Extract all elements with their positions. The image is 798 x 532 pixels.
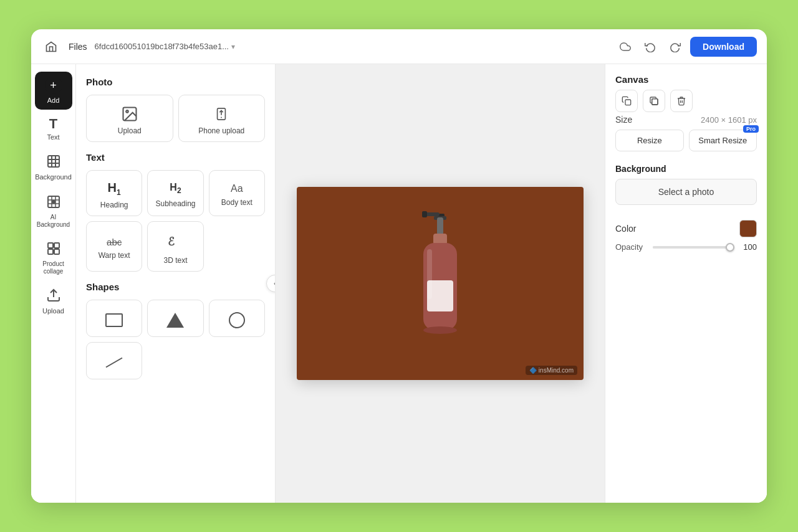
- svg-rect-10: [54, 249, 59, 254]
- svg-rect-30: [652, 99, 658, 105]
- opacity-thumb[interactable]: [726, 243, 734, 252]
- body-text-card[interactable]: Aa Body text: [209, 170, 265, 216]
- resize-button[interactable]: Resize: [615, 130, 684, 151]
- rect-shape-icon: [104, 310, 124, 330]
- undo-button[interactable]: [640, 37, 660, 57]
- background-section-title: Background: [615, 164, 757, 174]
- sidebar-item-product-collage[interactable]: Product collage: [35, 236, 72, 280]
- line-shape-icon: [104, 353, 124, 373]
- size-label: Size: [615, 115, 632, 125]
- svg-point-13: [126, 110, 128, 113]
- subheading-icon: H2: [170, 182, 181, 195]
- product-collage-icon: [46, 241, 61, 258]
- size-value: 2400 × 1601 px: [701, 115, 757, 125]
- upload-label: Upload: [42, 307, 64, 315]
- warp-text-card[interactable]: abc Warp text: [86, 221, 142, 272]
- redo-button[interactable]: [665, 37, 685, 57]
- text-cards-grid: H1 Heading H2 Subheading Aa Body text ab…: [86, 170, 265, 272]
- add-icon: +: [45, 77, 62, 94]
- copy-style-button[interactable]: [615, 90, 638, 112]
- sidebar-item-ai-background[interactable]: AI Background: [35, 189, 72, 234]
- icon-sidebar: + Add T Text Backgrou: [31, 64, 76, 503]
- color-swatch[interactable]: [739, 220, 757, 237]
- triangle-shape-card[interactable]: [147, 300, 203, 337]
- ai-background-icon: [46, 194, 61, 211]
- color-label: Color: [615, 224, 636, 234]
- svg-rect-8: [54, 243, 59, 248]
- canvas-area[interactable]: 🔷 insMind.com: [276, 64, 605, 503]
- color-row: Color: [615, 220, 757, 237]
- main-layout: + Add T Text Backgrou: [31, 64, 767, 503]
- download-button[interactable]: Download: [690, 37, 757, 57]
- heading-card[interactable]: H1 Heading: [86, 170, 142, 216]
- line-shape-card[interactable]: [86, 342, 142, 379]
- background-section: Background Select a photo: [615, 164, 757, 205]
- canvas-section: Canvas: [615, 74, 757, 151]
- resize-row: Resize Smart Resize Pro: [615, 130, 757, 151]
- circle-shape-icon: [227, 310, 247, 330]
- shapes-section-title: Shapes: [86, 282, 265, 292]
- color-section: Color Opacity 100: [615, 217, 757, 252]
- 3d-text-card[interactable]: ℰ 3D text: [147, 221, 203, 272]
- sidebar-item-text[interactable]: T Text: [35, 112, 72, 146]
- svg-rect-0: [48, 156, 59, 167]
- home-button[interactable]: [41, 37, 61, 57]
- canvas-section-title: Canvas: [615, 74, 757, 85]
- svg-rect-22: [422, 211, 427, 217]
- filename-text: 6fdcd160051019bc18f73b4fe53ae1...: [95, 42, 229, 51]
- cloud-save-icon[interactable]: [615, 37, 635, 57]
- 3d-text-label: 3D text: [163, 256, 187, 265]
- opacity-row: Opacity 100: [615, 242, 757, 252]
- duplicate-button[interactable]: [643, 90, 665, 112]
- opacity-slider[interactable]: [653, 246, 734, 249]
- text-icon: T: [49, 117, 57, 131]
- warp-text-icon: abc: [107, 237, 122, 247]
- select-photo-button[interactable]: Select a photo: [615, 179, 757, 205]
- upload-photo-icon: [121, 105, 138, 123]
- ai-background-label: AI Background: [37, 214, 70, 229]
- svg-point-27: [423, 326, 457, 334]
- background-icon: [46, 154, 61, 171]
- svg-rect-9: [48, 249, 53, 254]
- collapse-panel-button[interactable]: ‹: [266, 275, 276, 292]
- svg-text:ℰ: ℰ: [168, 235, 175, 248]
- warp-text-label: Warp text: [99, 251, 130, 260]
- left-panel: Photo Upload: [76, 64, 276, 503]
- sidebar-item-background[interactable]: Background: [35, 149, 72, 186]
- sidebar-item-upload[interactable]: Upload: [35, 283, 72, 320]
- upload-card-label: Upload: [118, 126, 142, 135]
- heading-label: Heading: [100, 201, 128, 209]
- size-row: Size 2400 × 1601 px: [615, 115, 757, 125]
- background-label: Background: [35, 173, 72, 181]
- circle-shape-card[interactable]: [209, 300, 265, 337]
- canvas-watermark: 🔷 insMind.com: [526, 366, 577, 375]
- sidebar-item-add[interactable]: + Add: [35, 72, 72, 110]
- chevron-down-icon[interactable]: ▾: [231, 42, 235, 51]
- delete-button[interactable]: [670, 90, 693, 112]
- opacity-label: Opacity: [615, 242, 648, 252]
- rect-shape-card[interactable]: [86, 300, 142, 337]
- upload-photo-card[interactable]: Upload: [86, 95, 173, 142]
- heading-icon: H1: [108, 181, 121, 197]
- photo-section-title: Photo: [86, 77, 265, 87]
- 3d-text-icon: ℰ: [166, 232, 184, 252]
- filename-display: 6fdcd160051019bc18f73b4fe53ae1... ▾: [95, 42, 608, 51]
- phone-upload-card[interactable]: Phone upload: [178, 95, 266, 142]
- triangle-shape-icon: [165, 310, 185, 330]
- canvas-content: 🔷 insMind.com: [297, 187, 584, 380]
- files-button[interactable]: Files: [69, 42, 87, 52]
- svg-rect-26: [427, 280, 453, 311]
- svg-rect-7: [48, 243, 53, 248]
- svg-rect-28: [625, 100, 631, 105]
- canvas-action-icons: [615, 90, 757, 112]
- photo-cards-grid: Upload Phone upload: [86, 95, 265, 142]
- subheading-card[interactable]: H2 Subheading: [147, 170, 203, 216]
- phone-upload-icon: [214, 105, 228, 123]
- phone-upload-card-label: Phone upload: [198, 126, 244, 135]
- smart-resize-button[interactable]: Smart Resize Pro: [689, 130, 757, 151]
- topbar: Files 6fdcd160051019bc18f73b4fe53ae1... …: [31, 29, 767, 64]
- svg-point-6: [52, 200, 55, 204]
- product-collage-label: Product collage: [39, 260, 69, 275]
- pro-badge: Pro: [743, 125, 759, 133]
- shapes-grid: [86, 300, 265, 379]
